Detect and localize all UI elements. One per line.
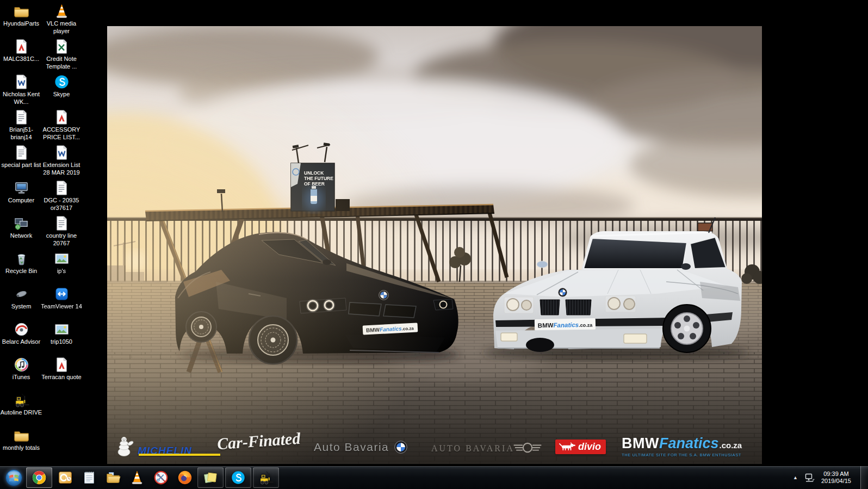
desktop-icon-label: Nicholas Kent WK... (0, 91, 42, 106)
system-tray: ▲ 09:39 AM 2019/04/15 (791, 466, 868, 489)
belarc-advisor-icon (13, 321, 30, 338)
taskbar-explorer-button[interactable] (102, 467, 124, 488)
wallpaper-scene: UNLOCK THE FUTURE OF BEER (107, 26, 762, 464)
desktop-icon-vlc[interactable]: VLC media player (40, 3, 83, 35)
desktop-icon-label: Terracan quote (41, 374, 81, 381)
snipping-tool-icon (153, 469, 169, 486)
desktop-icon-extension-list[interactable]: Extension List 28 MAR 2019 (40, 144, 83, 176)
desktop-icon-label: HyundaiParts (3, 20, 39, 28)
taskbar-skype-button[interactable] (225, 467, 251, 488)
desktop-icon-label: ip's (57, 268, 66, 275)
desktop-icon-computer[interactable]: Computer (0, 179, 42, 205)
vlc-cone-icon (53, 3, 70, 20)
desktop-icon-itunes[interactable]: iTunes (0, 356, 42, 381)
desktop-icon-label: Credit Note Template ... (40, 55, 83, 70)
desktop-icon-label: MALC381C... (3, 55, 39, 63)
desktop-icon-label: iTunes (13, 374, 30, 381)
desktop-icon-label: Brianj51-brianj14 (0, 126, 42, 141)
windows-orb-icon (4, 468, 23, 487)
teamviewer-icon (53, 286, 70, 302)
pdf-icon (53, 109, 70, 126)
pdf-icon (13, 38, 30, 55)
desktop-icon-dgc-20935[interactable]: DGC - 20935 or37617 (40, 179, 83, 212)
desktop-icon-special-part-list[interactable]: special part list (0, 144, 42, 169)
desktop-icon-system[interactable]: System (0, 286, 42, 311)
desktop-icon-hyundaiparts[interactable]: HyundaiParts (0, 3, 42, 28)
word-icon (53, 144, 70, 161)
text-file-icon (13, 109, 30, 126)
desktop-icon-monthly-totals[interactable]: monthly totals (0, 427, 42, 452)
desktop-icon-ips[interactable]: ip's (40, 250, 83, 275)
desktop-icon-label: Extension List 28 MAR 2019 (40, 162, 83, 176)
desktop-icon-recycle-bin[interactable]: Recycle Bin (0, 250, 42, 275)
show-hidden-icons-button[interactable]: ▲ (791, 474, 800, 481)
text-file-icon (53, 179, 70, 196)
desktop-icon-credit-note[interactable]: Credit Note Template ... (40, 38, 83, 70)
text-file-icon (53, 215, 70, 232)
image-file-icon (53, 250, 70, 267)
taskbar-apps (26, 466, 279, 489)
desktop-icon-label: country line 20767 (40, 232, 83, 247)
forklift-icon (13, 392, 30, 408)
taskbar: ▲ 09:39 AM 2019/04/15 (0, 466, 868, 489)
clock-date: 2019/04/15 (821, 478, 851, 485)
desktop-icon-brianj51[interactable]: Brianj51-brianj14 (0, 109, 42, 141)
image-file-icon (53, 321, 70, 338)
desktop-icon-label: Belarc Advisor (2, 338, 40, 346)
taskbar-firefox-button[interactable] (173, 467, 196, 488)
desktop-icon-label: DGC - 20935 or37617 (40, 197, 83, 212)
desktop-icons: HyundaiParts VLC media player MALC381C..… (0, 0, 92, 464)
forklift-icon (258, 469, 274, 486)
desktop-icon-accessory-price-list[interactable]: ACCESSORY PRICE LIST... (40, 109, 83, 141)
desktop-icon-teamviewer[interactable]: TeamViewer 14 (40, 286, 83, 311)
show-desktop-button[interactable] (860, 466, 868, 489)
computer-icon (13, 179, 30, 196)
desktop-icon-label: Network (10, 232, 32, 240)
outlook-icon (57, 469, 73, 486)
sticky-notes-icon (202, 469, 219, 486)
wallpaper-photo: UNLOCK THE FUTURE OF BEER (107, 26, 762, 464)
taskbar-snipping-tool-button[interactable] (150, 467, 172, 488)
vlc-cone-icon (129, 469, 145, 486)
taskbar-sticky-notes-button[interactable] (197, 467, 224, 488)
desktop-icon-autoline-drive[interactable]: Autoline DRIVE (0, 392, 42, 417)
skype-icon (53, 73, 70, 90)
taskbar-chrome-button[interactable] (26, 467, 52, 488)
taskbar-outlook-button[interactable] (54, 467, 76, 488)
taskbar-vlc-button[interactable] (126, 467, 148, 488)
taskbar-autoline-button[interactable] (253, 467, 279, 488)
network-tray-button[interactable] (805, 473, 815, 482)
network-icon (13, 215, 30, 232)
desktop-icon-label: Autoline DRIVE (1, 409, 42, 417)
desktop-icon-label: ACCESSORY PRICE LIST... (40, 126, 83, 141)
desktop-icon-network[interactable]: Network (0, 215, 42, 240)
skype-icon (230, 469, 246, 486)
pdf-icon (53, 356, 70, 373)
clock[interactable]: 09:39 AM 2019/04/15 (820, 471, 855, 485)
start-button[interactable] (3, 467, 24, 488)
system-icon (13, 286, 30, 302)
chrome-icon (31, 469, 47, 486)
text-file-icon (13, 144, 30, 161)
desktop-icon-label: special part list (2, 162, 41, 169)
taskbar-notepad-button[interactable] (78, 467, 100, 488)
network-tray-icon (805, 473, 815, 482)
recycle-bin-icon (13, 250, 30, 267)
desktop-icon-trip1050[interactable]: trip1050 (40, 321, 83, 346)
desktop-icon-skype[interactable]: Skype (40, 73, 83, 98)
folder-icon (13, 427, 30, 444)
word-icon (13, 73, 30, 90)
desktop-icon-belarc[interactable]: Belarc Advisor (0, 321, 42, 346)
desktop-icon-terracan-quote[interactable]: Terracan quote (40, 356, 83, 381)
clock-time: 09:39 AM (821, 471, 851, 478)
itunes-icon (13, 356, 30, 373)
desktop-icon-label: Computer (8, 197, 34, 205)
desktop-icon-country-line[interactable]: country line 20767 (40, 215, 83, 247)
desktop-icon-malc381c[interactable]: MALC381C... (0, 38, 42, 63)
desktop-icon-nicholas-kent[interactable]: Nicholas Kent WK... (0, 73, 42, 106)
desktop-icon-label: VLC media player (40, 20, 83, 35)
firefox-icon (177, 469, 193, 486)
notepad-icon (81, 469, 97, 486)
excel-icon (53, 38, 70, 55)
desktop-icon-label: monthly totals (3, 444, 40, 452)
